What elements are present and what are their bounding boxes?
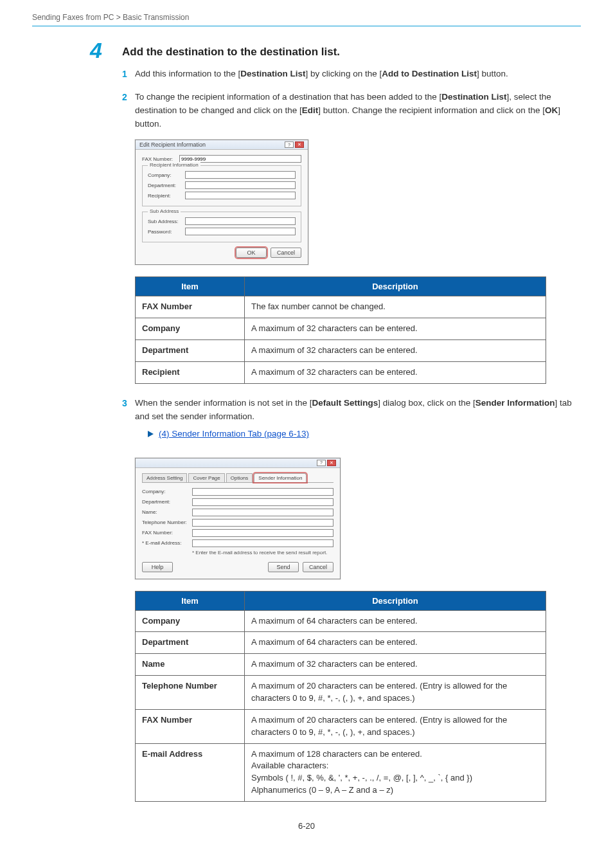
password-label: Password:	[148, 229, 185, 235]
name-input[interactable]	[192, 509, 333, 516]
xref-link[interactable]: (4) Sender Information Tab (page 6-13)	[159, 428, 309, 441]
substep-1: 1 Add this information to the [Destinati…	[122, 68, 581, 82]
telephone-input[interactable]	[192, 519, 333, 527]
cell-item: Recipient	[136, 361, 245, 383]
bold-text: Default Settings	[312, 398, 378, 408]
cell-item: E-mail Address	[136, 743, 245, 801]
table-row: E-mail AddressA maximum of 128 character…	[136, 743, 546, 801]
substep-body: When the sender information is not set i…	[135, 397, 581, 449]
bold-text: Edit	[302, 105, 319, 115]
ok-button[interactable]: OK	[236, 248, 267, 258]
help-icon[interactable]: ?	[317, 460, 326, 466]
cell-item: FAX Number	[136, 296, 245, 318]
col-item: Item	[136, 591, 245, 610]
table-row: Telephone NumberA maximum of 20 characte…	[136, 676, 546, 710]
fax-label: FAX Number:	[142, 530, 192, 536]
cell-item: Department	[136, 340, 245, 362]
substep-body: To change the recipient information of a…	[135, 91, 581, 131]
cell-desc: A maximum of 32 characters can be entere…	[245, 361, 546, 383]
cancel-button[interactable]: Cancel	[303, 562, 333, 572]
text: To change the recipient information of a…	[135, 92, 441, 102]
page-number: 6-20	[32, 821, 581, 831]
name-label: Name:	[142, 509, 192, 515]
password-input[interactable]	[185, 228, 296, 235]
tab-sender-information[interactable]: Sender Information	[254, 473, 306, 482]
subaddress-input[interactable]	[185, 217, 296, 225]
cell-item: FAX Number	[136, 709, 245, 743]
dialog-titlebar: ? ✕	[136, 458, 340, 468]
cell-item: Name	[136, 654, 245, 676]
company-input[interactable]	[192, 488, 333, 496]
substep-num: 3	[122, 397, 135, 449]
cell-item: Company	[136, 318, 245, 340]
cell-desc: A maximum of 128 characters can be enter…	[245, 743, 546, 801]
department-input[interactable]	[185, 181, 296, 189]
close-icon[interactable]: ✕	[327, 460, 336, 466]
company-label: Company:	[142, 489, 192, 494]
table-row: NameA maximum of 32 characters can be en…	[136, 654, 546, 676]
fax-input[interactable]	[192, 529, 333, 537]
recipient-label: Recipient:	[148, 193, 185, 199]
tab-strip: Address Setting Cover Page Options Sende…	[142, 473, 333, 483]
cell-desc: A maximum of 32 characters can be entere…	[245, 340, 546, 362]
dialog-titlebar: Edit Recipient Information ? ✕	[136, 140, 308, 150]
bold-text: Destination List	[441, 92, 506, 102]
cell-item: Company	[136, 610, 245, 632]
help-button[interactable]: Help	[142, 562, 173, 572]
substep-2: 2 To change the recipient information of…	[122, 91, 581, 131]
bold-text: Destination List	[240, 69, 305, 78]
tab-address-setting[interactable]: Address Setting	[142, 473, 187, 482]
cell-desc: The fax number cannot be changed.	[245, 296, 546, 318]
text: ] button.	[477, 69, 508, 78]
table-row: FAX NumberA maximum of 20 characters can…	[136, 709, 546, 743]
table-row: DepartmentA maximum of 64 characters can…	[136, 632, 546, 654]
recipient-input[interactable]	[185, 192, 296, 199]
step-number: 4	[90, 38, 102, 63]
subaddress-label: Sub Address:	[148, 219, 185, 224]
email-input[interactable]	[192, 539, 333, 547]
substep-body: Add this information to the [Destination…	[135, 68, 581, 82]
bold-text: Sender Information	[475, 398, 555, 408]
breadcrumb: Sending Faxes from PC > Basic Transmissi…	[32, 13, 581, 26]
cell-desc: A maximum of 20 characters can be entere…	[245, 709, 546, 743]
cell-desc: A maximum of 32 characters can be entere…	[245, 654, 546, 676]
cell-desc: A maximum of 32 characters can be entere…	[245, 318, 546, 340]
cell-desc: A maximum of 64 characters can be entere…	[245, 610, 546, 632]
fax-number-label: FAX Number:	[142, 156, 179, 162]
text: ] dialog box, click on the [	[378, 398, 475, 408]
close-icon[interactable]: ✕	[295, 141, 304, 148]
group-legend: Recipient Information	[148, 162, 200, 168]
email-note: * Enter the E-mail address to receive th…	[192, 550, 333, 556]
table-row: RecipientA maximum of 32 characters can …	[136, 361, 546, 383]
department-label: Department:	[142, 499, 192, 505]
sender-information-dialog: ? ✕ Address Setting Cover Page Options S…	[135, 458, 341, 579]
substep-num: 2	[122, 91, 135, 131]
cell-item: Telephone Number	[136, 676, 245, 710]
department-label: Department:	[148, 183, 185, 188]
recipient-fields-table: Item Description FAX NumberThe fax numbe…	[135, 276, 546, 383]
cancel-button[interactable]: Cancel	[271, 248, 301, 258]
email-label: * E-mail Address:	[142, 540, 192, 546]
dialog-title-text: Edit Recipient Information	[139, 141, 206, 148]
col-description: Description	[245, 277, 546, 296]
table-row: CompanyA maximum of 64 characters can be…	[136, 610, 546, 632]
telephone-label: Telephone Number:	[142, 520, 192, 525]
cell-desc: A maximum of 64 characters can be entere…	[245, 632, 546, 654]
table-row: DepartmentA maximum of 32 characters can…	[136, 340, 546, 362]
company-label: Company:	[148, 172, 185, 178]
cell-item: Department	[136, 632, 245, 654]
bold-text: OK	[545, 105, 558, 115]
divider	[32, 26, 581, 26]
step-title: Add the destination to the destination l…	[122, 46, 581, 59]
help-icon[interactable]: ?	[285, 141, 294, 148]
send-button[interactable]: Send	[268, 562, 299, 572]
tab-cover-page[interactable]: Cover Page	[188, 473, 224, 482]
table-row: FAX NumberThe fax number cannot be chang…	[136, 296, 546, 318]
tab-options[interactable]: Options	[226, 473, 253, 482]
substep-num: 1	[122, 68, 135, 82]
department-input[interactable]	[192, 498, 333, 506]
text: Add this information to the [	[135, 69, 240, 78]
text: When the sender information is not set i…	[135, 398, 312, 408]
company-input[interactable]	[185, 171, 296, 179]
text: ] button. Change the recipient informati…	[318, 105, 545, 115]
